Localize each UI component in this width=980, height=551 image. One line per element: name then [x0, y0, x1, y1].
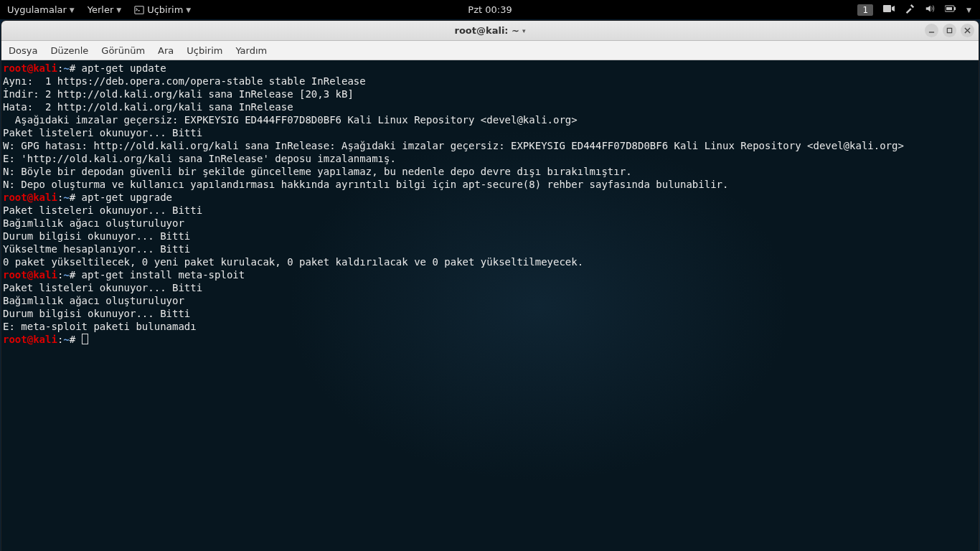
clock-label: Pzt 00:39 [468, 4, 512, 15]
menu-view[interactable]: Görünüm [101, 45, 145, 56]
output-line: N: Böyle bir depodan güvenli bir şekilde… [3, 166, 632, 177]
output-line: Aşağıdaki imzalar geçersiz: EXPKEYSIG ED… [3, 114, 578, 126]
output-line: Bağımlılık ağacı oluşturuluyor [3, 217, 184, 229]
output-line: Durum bilgisi okunuyor... Bitti [3, 308, 190, 319]
prompt-user: root [3, 334, 27, 345]
window-title: root@kali: ~ [455, 25, 519, 36]
output-line: Aynı: 1 https://deb.opera.com/opera-stab… [3, 75, 366, 87]
minimize-button[interactable] [925, 24, 938, 37]
svg-rect-3 [954, 7, 956, 10]
panel-right: 1 ▼ [857, 4, 980, 16]
output-line: Hata: 2 http://old.kali.org/kali sana In… [3, 101, 293, 113]
svg-rect-6 [947, 28, 951, 32]
prompt-hash: # [70, 192, 75, 203]
output-line: Paket listeleri okunuyor... Bitti [3, 127, 202, 138]
menu-edit[interactable]: Düzenle [50, 45, 88, 56]
svg-rect-0 [135, 6, 143, 14]
maximize-button[interactable] [943, 24, 956, 37]
tools-icon[interactable] [905, 4, 915, 16]
svg-rect-5 [929, 32, 934, 32]
prompt-at: @ [27, 62, 33, 74]
output-line: Durum bilgisi okunuyor... Bitti [3, 230, 190, 242]
menubar: Dosya Düzenle Görünüm Ara Uçbirim Yardım [1, 41, 979, 60]
battery-icon[interactable] [945, 4, 956, 15]
prompt-user: root [3, 269, 27, 281]
gnome-top-panel: Uygulamalar ▼ Yerler ▼ Uçbirim ▼ Pzt 00:… [0, 0, 980, 19]
title-menu-chevron-icon: ▾ [522, 27, 526, 34]
applications-menu[interactable]: Uygulamalar ▼ [7, 4, 75, 15]
prompt-hash: # [70, 269, 75, 281]
chevron-down-icon: ▼ [116, 6, 121, 14]
output-line: 0 paket yükseltilecek, 0 yeni paket kuru… [3, 256, 583, 268]
prompt-path: ~ [63, 334, 69, 345]
panel-left: Uygulamalar ▼ Yerler ▼ Uçbirim ▼ [0, 4, 191, 15]
close-icon [964, 27, 971, 34]
menu-terminal[interactable]: Uçbirim [187, 45, 222, 56]
prompt-host: kali [33, 192, 57, 203]
close-button[interactable] [961, 24, 974, 37]
output-line: Paket listeleri okunuyor... Bitti [3, 282, 202, 293]
prompt-at: @ [27, 192, 33, 203]
menu-file[interactable]: Dosya [9, 45, 37, 56]
output-line: Bağımlılık ağacı oluşturuluyor [3, 295, 184, 306]
terminal-window: root@kali: ~ ▾ Dosya Düzenle Görünüm Ara… [1, 21, 979, 551]
workspace-badge[interactable]: 1 [857, 4, 873, 16]
window-controls [925, 24, 974, 37]
svg-rect-4 [946, 7, 952, 10]
chevron-down-icon: ▼ [186, 6, 191, 14]
output-line: E: 'http://old.kali.org/kali sana InRele… [3, 153, 396, 164]
prompt-host: kali [33, 62, 57, 74]
chevron-down-icon: ▼ [70, 6, 75, 14]
output-line: İndir: 2 http://old.kali.org/kali sana I… [3, 88, 354, 100]
svg-rect-1 [883, 5, 891, 12]
output-line: Paket listeleri okunuyor... Bitti [3, 204, 202, 216]
prompt-at: @ [27, 334, 33, 345]
command-2: apt-get upgrade [75, 192, 172, 203]
menu-search[interactable]: Ara [158, 45, 174, 56]
places-menu[interactable]: Yerler ▼ [88, 4, 121, 15]
output-line: Yükseltme hesaplanıyor... Bitti [3, 243, 190, 255]
output-line: W: GPG hatası: http://old.kali.org/kali … [3, 140, 904, 151]
prompt-host: kali [33, 334, 57, 345]
system-menu-chevron-icon[interactable]: ▼ [966, 6, 971, 14]
applications-label: Uygulamalar [7, 4, 67, 15]
prompt-hash: # [70, 334, 75, 345]
menu-help[interactable]: Yardım [235, 45, 267, 56]
terminal-icon [134, 5, 144, 15]
command-1: apt-get update [75, 62, 166, 74]
clock[interactable]: Pzt 00:39 [468, 4, 512, 15]
window-titlebar[interactable]: root@kali: ~ ▾ [1, 21, 979, 41]
prompt-path: ~ [63, 192, 69, 203]
maximize-icon [946, 27, 953, 34]
prompt-user: root [3, 62, 27, 74]
prompt-path: ~ [63, 269, 69, 281]
terminal-body[interactable]: root@kali:~# apt-get update Aynı: 1 http… [1, 60, 979, 551]
record-icon[interactable] [883, 4, 895, 15]
cursor [82, 334, 88, 344]
volume-icon[interactable] [925, 4, 935, 16]
prompt-host: kali [33, 269, 57, 281]
output-line: N: Depo oluşturma ve kullanıcı yapılandı… [3, 179, 728, 190]
prompt-user: root [3, 192, 27, 203]
places-label: Yerler [88, 4, 114, 15]
prompt-at: @ [27, 269, 33, 281]
active-app-label: Uçbirim [147, 4, 183, 15]
active-app-menu[interactable]: Uçbirim ▼ [134, 4, 191, 15]
output-line: E: meta-sploit paketi bulunamadı [3, 321, 197, 332]
minimize-icon [928, 27, 935, 34]
prompt-hash: # [70, 62, 75, 74]
prompt-path: ~ [63, 62, 69, 74]
command-3: apt-get install meta-sploit [75, 269, 245, 281]
